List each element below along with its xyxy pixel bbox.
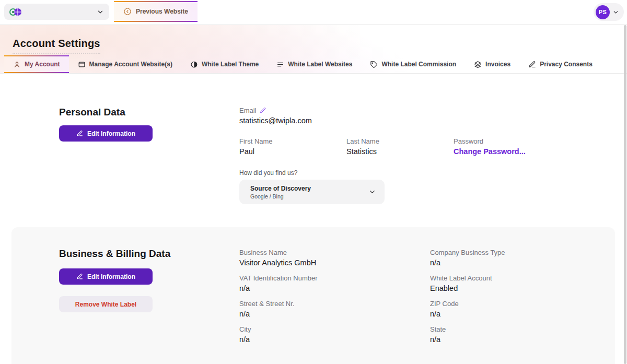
first-name-label: First Name bbox=[239, 137, 346, 145]
tab-label: Invoices bbox=[485, 61, 510, 68]
business-field: State n/a bbox=[430, 325, 621, 351]
business-fields-grid: Business Name Visitor Analytics GmbH Com… bbox=[239, 249, 621, 351]
tab-invoices[interactable]: Invoices bbox=[465, 55, 519, 73]
vertical-scrollbar[interactable] bbox=[624, 25, 626, 364]
business-field: Company Business Type n/a bbox=[430, 249, 621, 274]
tab-label: White Label Websites bbox=[288, 61, 352, 68]
top-header: Previous Website PS bbox=[0, 0, 627, 25]
tab-label: White Label Commission bbox=[381, 61, 456, 68]
edit-business-information-button[interactable]: Edit Information bbox=[59, 268, 153, 285]
previous-website-label: Previous Website bbox=[136, 8, 188, 15]
chevron-down-icon bbox=[612, 9, 619, 16]
find-us-label: How did you find us? bbox=[239, 169, 297, 177]
tab-manage-account-websites[interactable]: Manage Account Website(s) bbox=[69, 55, 181, 73]
tab-white-label-commission[interactable]: White Label Commission bbox=[361, 55, 465, 73]
email-label: Email bbox=[239, 107, 257, 114]
window-icon bbox=[78, 61, 86, 68]
last-name-field: Last Name Statistics bbox=[346, 137, 454, 156]
avatar: PS bbox=[596, 5, 610, 19]
pencil-icon bbox=[76, 273, 83, 280]
tab-privacy-consents[interactable]: Privacy Consents bbox=[519, 55, 601, 73]
business-billing-heading: Business & Billing Data bbox=[59, 248, 170, 260]
edit-personal-information-button[interactable]: Edit Information bbox=[59, 125, 153, 142]
password-field: Password Change Password... bbox=[454, 137, 561, 156]
business-field: Street & Street Nr. n/a bbox=[239, 300, 430, 325]
tag-icon bbox=[370, 61, 378, 68]
page-title: Account Settings bbox=[13, 38, 100, 54]
contrast-icon bbox=[190, 61, 198, 68]
business-field: ZIP Code n/a bbox=[430, 300, 621, 325]
first-name-field: First Name Paul bbox=[239, 137, 346, 156]
last-name-value: Statistics bbox=[346, 147, 454, 156]
dropdown-title: Source of Discovery bbox=[250, 185, 311, 192]
pen-icon bbox=[528, 61, 536, 68]
layers-icon bbox=[474, 61, 482, 68]
website-logo-icon bbox=[9, 8, 22, 16]
tab-white-label-websites[interactable]: White Label Websites bbox=[268, 55, 361, 73]
arrow-left-circle-icon bbox=[123, 7, 132, 16]
tab-label: Privacy Consents bbox=[540, 61, 593, 68]
business-field: White Label Account Enabled bbox=[430, 274, 621, 300]
remove-white-label-button[interactable]: Remove White Label bbox=[59, 296, 153, 312]
business-billing-card: Business & Billing Data Edit Information… bbox=[11, 227, 615, 364]
dropdown-selected-value: Google / Bing bbox=[250, 193, 311, 199]
chevron-down-icon bbox=[368, 188, 376, 196]
business-field: VAT Identification Number n/a bbox=[239, 274, 430, 300]
main-content: Personal Data Edit Information Email sta… bbox=[0, 74, 627, 364]
tab-label: Manage Account Website(s) bbox=[89, 61, 172, 68]
email-value: statistics@twipla.com bbox=[239, 116, 312, 125]
pencil-icon bbox=[76, 130, 83, 137]
change-password-link[interactable]: Change Password... bbox=[454, 147, 561, 156]
settings-tab-bar: My Account Manage Account Website(s) Whi… bbox=[4, 55, 601, 73]
tab-white-label-theme[interactable]: White Label Theme bbox=[181, 55, 268, 73]
edit-email-icon[interactable] bbox=[260, 107, 266, 114]
tab-label: White Label Theme bbox=[202, 61, 259, 68]
account-menu[interactable]: PS bbox=[594, 3, 624, 21]
tab-my-account[interactable]: My Account bbox=[4, 55, 69, 73]
previous-website-button[interactable]: Previous Website bbox=[114, 1, 198, 22]
tab-label: My Account bbox=[25, 61, 60, 68]
user-icon bbox=[13, 61, 21, 68]
page-header-band: Account Settings My Account Manage Accou… bbox=[0, 25, 627, 74]
email-field: Email statistics@twipla.com bbox=[239, 107, 312, 125]
last-name-label: Last Name bbox=[346, 137, 454, 145]
business-field: City n/a bbox=[239, 325, 430, 351]
first-name-value: Paul bbox=[239, 147, 346, 156]
chevron-down-icon bbox=[97, 8, 104, 16]
password-label: Password bbox=[454, 137, 561, 145]
personal-data-heading: Personal Data bbox=[59, 107, 125, 118]
list-icon bbox=[276, 61, 284, 68]
business-field: Business Name Visitor Analytics GmbH bbox=[239, 249, 430, 274]
website-selector[interactable] bbox=[4, 4, 109, 20]
source-of-discovery-dropdown[interactable]: Source of Discovery Google / Bing bbox=[239, 180, 385, 204]
